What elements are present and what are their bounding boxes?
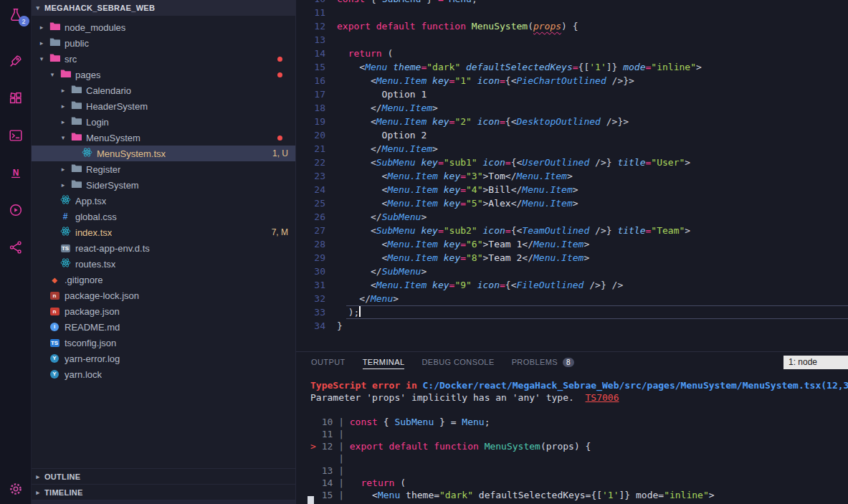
tree-item-sidersystem[interactable]: ▸SiderSystem [32, 177, 295, 193]
panel-tab-debug-console[interactable]: DEBUG CONSOLE [421, 352, 494, 372]
editor-line-28[interactable]: 28 <Menu.Item key="6">Team 1</Menu.Item> [296, 237, 848, 251]
line-number: 16 [296, 74, 337, 87]
section-header-partial[interactable] [32, 500, 295, 504]
token-pun: < [337, 171, 387, 181]
token-pun [427, 116, 432, 127]
line-number: 32 [296, 292, 337, 305]
line-number: 19 [296, 115, 337, 128]
editor-line-15[interactable]: 15 <Menu theme="dark" defaultSelectedKey… [296, 60, 848, 74]
editor-line-12[interactable]: 12export default function MenuSystem(pro… [296, 19, 848, 33]
tree-item-pages[interactable]: ▾pages [32, 67, 295, 82]
editor-line-13[interactable]: 13 [296, 33, 848, 47]
token-pun [477, 157, 483, 168]
debug-icon[interactable] [5, 201, 27, 219]
tree-item-label: global.css [75, 211, 117, 222]
editor-line-17[interactable]: 17 Option 1 [296, 87, 848, 101]
section-header-timeline[interactable]: ▸TIMELINE [32, 484, 295, 500]
token-op: = [500, 280, 505, 290]
token-lnum: 12 | [322, 441, 350, 452]
tree-item-yarn-error-log[interactable]: Yyarn-error.log [32, 351, 295, 366]
token-var: SubMenu [382, 0, 421, 4]
editor-line-27[interactable]: 27 <SubMenu key="sub2" icon={<TeamOutlin… [296, 224, 848, 237]
token-link[interactable]: TS7006 [586, 392, 619, 403]
tree-item-calendario[interactable]: ▸Calendario [32, 82, 295, 98]
tree-item-menusystem-tsx[interactable]: MenuSystem.tsx1, U [32, 146, 295, 161]
terminal-line: TypeScript error in C:/Docker/react/Mega… [310, 379, 848, 391]
editor-line-31[interactable]: 31 <Menu.Item key="9" icon={<FileOutline… [296, 278, 848, 292]
token-pun: {< [505, 75, 517, 86]
line-number: 23 [296, 169, 337, 183]
terminal-icon[interactable] [5, 126, 27, 145]
editor-line-30[interactable]: 30 </SubMenu> [296, 265, 848, 278]
tree-item-public[interactable]: ▸public [32, 35, 295, 51]
tree-item-register[interactable]: ▸Register [32, 161, 295, 177]
tree-item-yarn-lock[interactable]: Yyarn.lock [32, 366, 295, 382]
token-tag: Menu.Item [376, 116, 427, 127]
editor-line-16[interactable]: 16 <Menu.Item key="1" icon={<PieChartOut… [296, 74, 848, 87]
tree-item-src[interactable]: ▾src [32, 51, 295, 67]
tree-item-global-css[interactable]: #global.css [32, 209, 295, 224]
editor-line-18[interactable]: 18 </Menu.Item> [296, 101, 848, 115]
terminal-process-select[interactable]: 1: node [783, 356, 848, 369]
editor-line-29[interactable]: 29 <Menu.Item key="8">Team 2</Menu.Item> [296, 251, 848, 265]
token-attr: theme [393, 62, 421, 72]
editor-line-24[interactable]: 24 <Menu.Item key="4">Bill</Menu.Item> [296, 183, 848, 196]
section-header-outline[interactable]: ▸OUTLINE [32, 468, 295, 484]
token-str: '1' [602, 490, 619, 500]
editor-line-34[interactable]: 34} [296, 319, 848, 333]
editor-line-20[interactable]: 20 Option 2 [296, 128, 848, 142]
editor-line-22[interactable]: 22 <SubMenu key="sub1" icon={<UserOutlin… [296, 156, 848, 169]
editor-line-26[interactable]: 26 </SubMenu> [296, 210, 848, 224]
tree-item-tsconfig-json[interactable]: TStsconfig.json [32, 335, 295, 351]
tree-item-package-json[interactable]: npackage.json [32, 303, 295, 319]
settings-gear-icon[interactable] [5, 480, 27, 498]
editor-line-14[interactable]: 14 return ( [296, 47, 848, 60]
token-op: = [500, 75, 505, 86]
panel-tab-problems[interactable]: PROBLEMS8 [512, 352, 574, 372]
editor-line-11[interactable]: 11 [296, 6, 848, 19]
line-number: 12 [296, 19, 337, 33]
token-pun: > [685, 225, 690, 236]
editor-line-25[interactable]: 25 <Menu.Item key="5">Alex</Menu.Item> [296, 196, 848, 210]
panel-tab-terminal[interactable]: TERMINAL [363, 352, 405, 372]
tree-item-label: Calendario [86, 85, 131, 96]
editor-line-32[interactable]: 32 </Menu> [296, 292, 848, 305]
editor-line-33[interactable]: 33 ); [296, 305, 848, 319]
share-icon[interactable] [5, 238, 27, 257]
token-attr: icon [483, 157, 505, 168]
token-pun: </ [337, 211, 382, 222]
editor-line-21[interactable]: 21 </Menu.Item> [296, 142, 848, 156]
tree-item-app-tsx[interactable]: App.tsx [32, 193, 295, 209]
extensions-icon[interactable] [5, 89, 27, 108]
tree-item-login[interactable]: ▸Login [32, 114, 295, 130]
npm-icon[interactable]: N [5, 163, 27, 182]
tree-item-label: pages [75, 70, 100, 80]
workspace-root-header[interactable]: ▾ MEGAHACK_SEBRAE_WEB [32, 0, 295, 16]
tree-item-package-lock-json[interactable]: npackage-lock.json [32, 287, 295, 303]
token-tag: UserOutlined [522, 157, 589, 168]
tree-item-headersystem[interactable]: ▸HeaderSystem [32, 98, 295, 114]
beaker-icon[interactable]: 2 [5, 6, 27, 24]
code-editor[interactable]: 10const { SubMenu } = Menu;1112export de… [296, 0, 848, 351]
token-pun: > [685, 157, 690, 168]
tree-item-node-modules[interactable]: ▸node_modules [32, 19, 295, 35]
editor-line-23[interactable]: 23 <Menu.Item key="3">Tom</Menu.Item> [296, 169, 848, 183]
token-pun: ); [337, 307, 359, 318]
token-param: props [533, 21, 561, 32]
token-pun: > [393, 293, 399, 304]
token-tag: Menu.Item [382, 143, 432, 154]
tree-item-routes-tsx[interactable]: routes.tsx [32, 256, 295, 272]
panel-tab-output[interactable]: OUTPUT [311, 352, 346, 372]
tree-item-index-tsx[interactable]: index.tsx7, M [32, 224, 295, 240]
tree-item--gitignore[interactable]: ◆.gitignore [32, 272, 295, 287]
token-op: = [438, 157, 444, 168]
editor-line-10[interactable]: 10const { SubMenu } = Menu; [296, 0, 848, 6]
tree-item-react-app-env-d-ts[interactable]: TSreact-app-env.d.ts [32, 240, 295, 256]
editor-line-19[interactable]: 19 <Menu.Item key="2" icon={<DesktopOutl… [296, 115, 848, 128]
token-kw: export default function [350, 441, 485, 452]
tree-item-menusystem[interactable]: ▾MenuSystem [32, 130, 295, 146]
rocket-icon[interactable] [5, 52, 27, 70]
badge: 2 [19, 16, 29, 27]
tree-item-readme-md[interactable]: iREADME.md [32, 319, 295, 335]
token-attr: key [432, 116, 449, 127]
